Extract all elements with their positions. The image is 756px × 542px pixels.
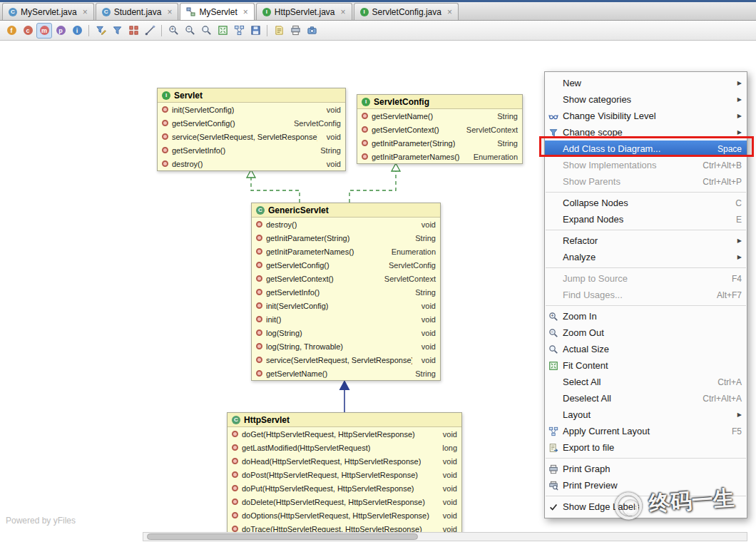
menu-item-deselect-all[interactable]: Deselect AllCtrl+Alt+A <box>545 390 747 406</box>
inner-classes-visibility-icon[interactable]: i <box>69 23 85 39</box>
fields-visibility-glyph: f <box>7 26 16 35</box>
menu-item-zoom-in[interactable]: +Zoom In <box>545 308 747 324</box>
method-row[interactable]: log(String, Throwable)void <box>252 339 440 353</box>
actual-size-icon[interactable] <box>198 23 214 39</box>
snapshot-icon[interactable] <box>304 23 320 39</box>
menu-item-layout[interactable]: Layout▶ <box>545 406 747 423</box>
method-row[interactable]: log(String)void <box>252 326 440 339</box>
constructors-visibility-icon[interactable]: c <box>20 23 36 39</box>
tab-close-icon[interactable]: × <box>83 8 88 16</box>
method-row[interactable]: getServletInfo()String <box>252 285 440 299</box>
tab-myservlet-java[interactable]: CMyServlet.java× <box>2 3 94 20</box>
method-row[interactable]: getServletInfo()String <box>158 143 345 157</box>
menu-item-refactor[interactable]: Refactor▶ <box>545 232 747 249</box>
method-return-type: void <box>416 342 436 351</box>
method-row[interactable]: getInitParameter(String)String <box>252 231 440 245</box>
menu-item-actual-size[interactable]: Actual Size <box>545 341 747 357</box>
menu-item-collapse-nodes[interactable]: Collapse NodesC <box>545 195 747 211</box>
menu-item-label: Select All <box>563 377 601 387</box>
tab-close-icon[interactable]: × <box>447 8 452 16</box>
menu-item-find-usages[interactable]: Find Usages...Alt+F7 <box>545 287 747 303</box>
fit-content-icon[interactable] <box>215 23 230 39</box>
method-row[interactable]: getServletContext()ServletContext <box>252 272 440 285</box>
tab-myservlet[interactable]: MyServlet× <box>180 3 254 20</box>
method-row[interactable]: init(ServletConfig)void <box>252 299 440 312</box>
method-row[interactable]: getServletContext()ServletContext <box>357 123 522 136</box>
zoom-in-icon: + <box>548 311 563 322</box>
menu-item-show-parents[interactable]: Show ParentsCtrl+Alt+P <box>545 173 747 190</box>
method-row[interactable]: getServletConfig()ServletConfig <box>158 116 345 130</box>
method-row[interactable]: getInitParameterNames()Enumeration <box>357 150 522 163</box>
tab-close-icon[interactable]: × <box>167 8 172 16</box>
zoom-in-icon[interactable]: + <box>165 23 181 39</box>
tab-httpservlet-java[interactable]: IHttpServlet.java× <box>256 3 352 20</box>
show-dependencies-icon[interactable] <box>126 23 141 39</box>
menu-item-label: Zoom Out <box>563 327 604 338</box>
class-node-genericservlet[interactable]: CGenericServletdestroy()voidgetInitParam… <box>251 203 441 381</box>
method-return-type: void <box>321 133 341 141</box>
method-row[interactable]: init(ServletConfig)void <box>158 103 345 116</box>
properties-visibility-icon[interactable]: p <box>53 23 68 39</box>
methods-visibility-icon[interactable]: m <box>36 23 52 39</box>
tab-student-java[interactable]: CStudent.java× <box>96 3 179 20</box>
change-scope-icon[interactable] <box>109 23 125 39</box>
menu-icon-spacer <box>548 393 563 404</box>
method-row[interactable]: init()void <box>252 312 440 326</box>
method-row[interactable]: destroy()void <box>252 218 440 231</box>
edge-creation-mode-icon[interactable] <box>142 23 158 39</box>
menu-item-show-implementations[interactable]: Show ImplementationsCtrl+Alt+B <box>545 157 747 173</box>
tab-servletconfig-java[interactable]: IServletConfig.java× <box>354 3 459 20</box>
method-row[interactable]: doGet(HttpServletRequest, HttpServletRes… <box>228 427 461 441</box>
print-icon[interactable] <box>287 23 303 39</box>
horizontal-scrollbar[interactable] <box>143 532 747 541</box>
fields-visibility-icon[interactable]: f <box>4 23 19 39</box>
method-row[interactable]: destroy()void <box>158 157 345 170</box>
menu-item-zoom-out[interactable]: −Zoom Out <box>545 324 747 341</box>
method-row[interactable]: service(ServletRequest, ServletResponse)… <box>252 353 440 367</box>
menu-item-new[interactable]: New▶ <box>545 75 747 91</box>
apply-layout-icon[interactable] <box>231 23 247 39</box>
tab-close-icon[interactable]: × <box>341 8 346 16</box>
menu-item-print-graph[interactable]: Print Graph <box>545 461 747 477</box>
method-row[interactable]: getLastModified(HttpServletRequest)long <box>228 441 461 454</box>
method-row[interactable]: doPut(HttpServletRequest, HttpServletRes… <box>228 481 461 495</box>
method-row[interactable]: getServletName()String <box>357 109 522 123</box>
method-row[interactable]: getInitParameterNames()Enumeration <box>252 245 440 258</box>
menu-item-change-visibility-level[interactable]: Change Visibility Level▶ <box>545 108 747 124</box>
method-icon <box>232 512 238 518</box>
method-row[interactable]: doHead(HttpServletRequest, HttpServletRe… <box>228 454 461 468</box>
horizontal-scrollbar-thumb[interactable] <box>147 533 418 540</box>
method-row[interactable]: doPost(HttpServletRequest, HttpServletRe… <box>228 468 461 481</box>
class-node-httpservlet[interactable]: CHttpServletdoGet(HttpServletRequest, Ht… <box>227 412 462 536</box>
class-node-servletconfig[interactable]: IServletConfiggetServletName()StringgetS… <box>357 94 523 164</box>
zoom-out-icon[interactable]: − <box>182 23 198 39</box>
menu-item-fit-content[interactable]: Fit Content <box>545 357 747 374</box>
menu-icon-spacer <box>548 409 563 421</box>
note-icon[interactable] <box>271 23 287 39</box>
method-row[interactable]: getServletConfig()ServletConfig <box>252 258 440 272</box>
submenu-arrow-icon: ▶ <box>735 254 742 260</box>
tab-close-icon[interactable]: × <box>243 8 248 16</box>
method-signature: getLastModified(HttpServletRequest) <box>242 444 370 452</box>
method-return-type: void <box>437 498 457 506</box>
method-row[interactable]: service(ServletRequest, ServletResponse)… <box>158 130 345 143</box>
class-node-servlet[interactable]: IServletinit(ServletConfig)voidgetServle… <box>157 88 346 171</box>
menu-item-jump-to-source[interactable]: Jump to SourceF4 <box>545 270 747 287</box>
method-row[interactable]: doOptions(HttpServletRequest, HttpServle… <box>228 508 461 522</box>
constructors-visibility-glyph: c <box>24 26 33 35</box>
powered-by-yfiles-label: Powered by yFiles <box>6 516 76 526</box>
method-row[interactable]: doDelete(HttpServletRequest, HttpServlet… <box>228 495 461 508</box>
menu-item-analyze[interactable]: Analyze▶ <box>545 249 747 265</box>
menu-item-export-to-file[interactable]: Export to file <box>545 439 747 456</box>
save-diagram-icon[interactable] <box>247 23 263 39</box>
change-visibility-level-icon[interactable] <box>93 23 108 39</box>
interface-icon: I <box>162 91 170 100</box>
method-row[interactable]: getInitParameter(String)String <box>357 136 522 150</box>
method-return-type: Enumeration <box>386 247 436 256</box>
menu-item-select-all[interactable]: Select AllCtrl+A <box>545 374 747 390</box>
interface-icon: I <box>262 8 271 16</box>
menu-item-show-categories[interactable]: Show categories▶ <box>545 91 747 108</box>
method-row[interactable]: getServletName()String <box>252 367 440 380</box>
menu-item-apply-current-layout[interactable]: Apply Current LayoutF5 <box>545 423 747 439</box>
menu-item-expand-nodes[interactable]: Expand NodesE <box>545 211 747 227</box>
